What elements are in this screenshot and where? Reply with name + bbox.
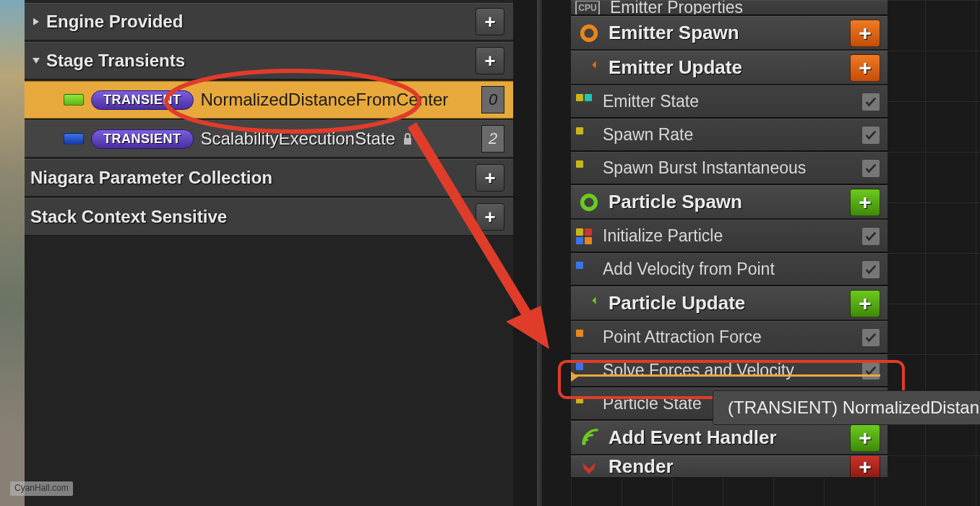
param-scalability-exec[interactable]: TRANSIENT ScalabilityExecutionState 2	[25, 120, 513, 158]
arrow-up-icon	[578, 57, 600, 79]
module-label: Spawn Burst Instantaneous	[603, 158, 806, 178]
group-emitter-spawn[interactable]: Emitter Spawn +	[571, 16, 887, 51]
module-color-icon	[575, 261, 593, 278]
drop-indicator-line	[574, 374, 880, 377]
module-color-icon	[575, 126, 593, 144]
watermark: CyanHall.com	[10, 481, 73, 496]
add-button[interactable]: +	[476, 47, 504, 74]
module-solve-forces-velocity[interactable]: Solve Forces and Velocity	[571, 354, 887, 387]
add-button[interactable]: +	[476, 164, 504, 192]
module-color-icon	[575, 329, 593, 346]
group-render[interactable]: Render +	[571, 455, 887, 479]
usage-count: 0	[481, 86, 504, 113]
enabled-checkbox[interactable]	[861, 361, 880, 380]
enabled-checkbox[interactable]	[861, 328, 880, 347]
expand-icon	[30, 16, 42, 27]
group-label: Particle Update	[609, 292, 745, 314]
add-module-button[interactable]: +	[850, 189, 880, 216]
add-button[interactable]: +	[476, 8, 504, 35]
module-label: Add Velocity from Point	[603, 260, 775, 279]
module-color-icon	[575, 160, 593, 177]
viewport-preview	[0, 0, 25, 506]
section-engine-provided[interactable]: Engine Provided +	[25, 3, 513, 40]
section-stack-context[interactable]: Stack Context Sensitive +	[25, 198, 513, 236]
lock-icon	[403, 132, 413, 145]
group-particle-spawn[interactable]: Particle Spawn +	[571, 185, 887, 220]
module-point-attraction[interactable]: Point Attraction Force	[571, 321, 887, 354]
parameters-panel: Engine Provided + Stage Transients + TRA…	[25, 0, 513, 506]
svg-point-0	[583, 26, 596, 40]
drag-tooltip: (TRANSIENT) NormalizedDistance	[713, 390, 980, 425]
module-label: Solve Forces and Velocity	[603, 361, 794, 380]
section-label: Stage Transients	[46, 51, 185, 71]
module-label: Spawn Rate	[603, 125, 693, 145]
module-label: Initialize Particle	[603, 226, 723, 246]
param-name: ScalabilityExecutionState	[201, 129, 395, 149]
module-label: Particle State	[603, 394, 702, 413]
module-color-icon	[575, 228, 593, 245]
module-color-icon	[575, 395, 593, 413]
chevron-down-icon	[578, 456, 600, 478]
arrow-up-icon	[578, 293, 600, 314]
collapse-icon	[30, 55, 42, 67]
param-name: NormalizedDistanceFromCenter	[201, 90, 449, 110]
svg-point-2	[582, 441, 585, 445]
module-initialize-particle[interactable]: Initialize Particle	[571, 220, 887, 253]
wifi-icon	[578, 427, 600, 449]
type-chip-icon	[64, 94, 84, 106]
module-label: Point Attraction Force	[603, 327, 762, 347]
cpu-badge: CPU	[575, 0, 600, 16]
section-stage-transients[interactable]: Stage Transients +	[25, 42, 513, 80]
module-emitter-properties[interactable]: CPU Emitter Properties	[571, 0, 887, 16]
module-label: Emitter Properties	[610, 0, 743, 16]
group-label: Add Event Handler	[609, 426, 777, 449]
ring-icon	[578, 22, 600, 44]
enabled-checkbox[interactable]	[861, 126, 880, 145]
group-label: Particle Spawn	[609, 191, 742, 213]
param-normalized-distance[interactable]: TRANSIENT NormalizedDistanceFromCenter 0	[25, 81, 513, 119]
module-color-icon	[575, 93, 593, 111]
section-label: Niagara Parameter Collection	[30, 168, 272, 188]
section-label: Stack Context Sensitive	[30, 207, 227, 227]
group-add-event-handler[interactable]: Add Event Handler +	[571, 421, 887, 455]
group-label: Emitter Spawn	[609, 22, 739, 44]
add-module-button[interactable]: +	[850, 424, 880, 452]
module-label: Emitter State	[603, 92, 699, 111]
usage-count: 2	[481, 125, 504, 153]
enabled-checkbox[interactable]	[861, 159, 880, 178]
section-niagara-param-collection[interactable]: Niagara Parameter Collection +	[25, 159, 513, 197]
section-label: Engine Provided	[46, 12, 183, 32]
transient-badge: TRANSIENT	[91, 129, 194, 149]
add-module-button[interactable]: +	[850, 20, 880, 47]
type-chip-icon	[64, 133, 84, 145]
add-module-button[interactable]: +	[850, 455, 880, 479]
group-emitter-update[interactable]: Emitter Update +	[571, 51, 887, 85]
add-module-button[interactable]: +	[850, 290, 880, 317]
enabled-checkbox[interactable]	[861, 93, 880, 111]
group-label: Render	[609, 455, 674, 478]
drop-indicator-caret	[571, 372, 578, 382]
ring-icon	[578, 192, 600, 213]
module-spawn-rate[interactable]: Spawn Rate	[571, 119, 887, 152]
group-label: Emitter Update	[609, 56, 742, 79]
add-button[interactable]: +	[476, 203, 504, 231]
transient-badge: TRANSIENT	[91, 90, 194, 110]
module-emitter-state[interactable]: Emitter State	[571, 85, 887, 119]
module-add-velocity-point[interactable]: Add Velocity from Point	[571, 253, 887, 286]
enabled-checkbox[interactable]	[861, 260, 880, 279]
svg-point-1	[583, 195, 596, 209]
group-particle-update[interactable]: Particle Update +	[571, 286, 887, 321]
enabled-checkbox[interactable]	[861, 227, 880, 246]
add-module-button[interactable]: +	[850, 54, 880, 82]
module-spawn-burst[interactable]: Spawn Burst Instantaneous	[571, 152, 887, 185]
panel-splitter[interactable]	[513, 0, 571, 506]
